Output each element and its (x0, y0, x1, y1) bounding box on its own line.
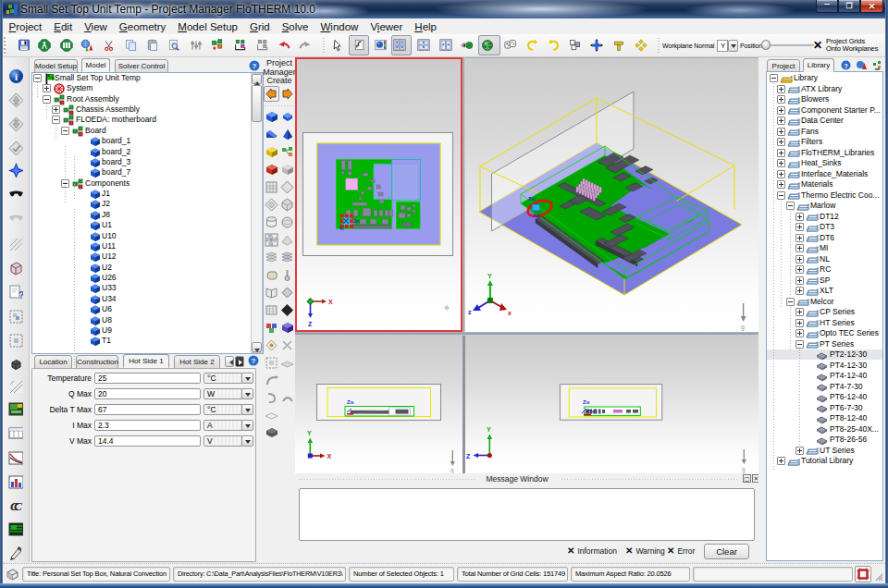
svg-text:Zo: Zo (353, 218, 360, 224)
svg-text:Z: Z (308, 321, 313, 327)
svg-text:g: g (450, 467, 454, 473)
svg-text:Y: Y (487, 426, 491, 433)
svg-text:X: X (328, 299, 333, 305)
svg-text:XTo: XTo (585, 409, 595, 414)
svg-text:Zo: Zo (528, 196, 536, 202)
svg-text:i: i (15, 71, 18, 82)
svg-text:g: g (742, 466, 746, 473)
svg-text:?: ? (844, 62, 848, 70)
svg-text:Xo: Xo (533, 213, 540, 218)
svg-text:?: ? (252, 357, 256, 365)
svg-text:z: z (468, 309, 472, 315)
svg-text:Zo: Zo (347, 399, 354, 405)
svg-text:Y: Y (307, 430, 312, 436)
svg-text:X: X (327, 453, 332, 459)
svg-text:Zo: Zo (583, 399, 590, 405)
svg-text:C: C (14, 499, 22, 513)
svg-text:?: ? (18, 290, 23, 300)
svg-text:x: x (508, 310, 512, 316)
svg-text:g: g (741, 324, 745, 331)
svg-text:Y: Y (487, 273, 492, 279)
svg-text:Z: Z (466, 453, 471, 459)
svg-text:?: ? (253, 62, 257, 70)
